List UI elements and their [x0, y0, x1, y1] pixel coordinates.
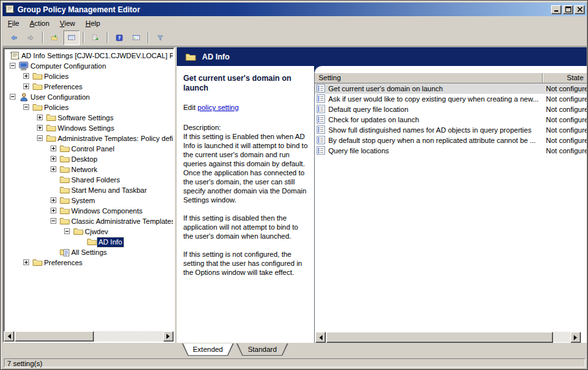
tree-item-cjwdev[interactable]: Cjwdev	[5, 226, 173, 237]
list-horizontal-scrollbar[interactable]	[315, 332, 581, 342]
folder-icon	[32, 103, 43, 112]
details-body: Get current user's domain on launch Edit…	[177, 66, 587, 343]
collapse-toggle-icon[interactable]	[51, 218, 56, 224]
tree-item-network[interactable]: Network	[5, 164, 173, 175]
tree-horizontal-scrollbar[interactable]	[4, 331, 174, 342]
toolbar-separator	[42, 32, 43, 43]
setting-row-show-full-distinguished-names-fo[interactable]: Show full distinguished names for AD obj…	[315, 125, 587, 135]
menu-bar: FileActionViewHelp	[3, 17, 587, 29]
menu-action[interactable]: Action	[25, 18, 55, 28]
tree-item-preferences[interactable]: Preferences	[5, 257, 173, 268]
close-button[interactable]	[574, 5, 585, 14]
setting-row-query-file-locations[interactable]: Query file locationsNot configured	[315, 146, 587, 156]
up-one-level-icon[interactable]	[47, 30, 63, 45]
maximize-button[interactable]	[563, 5, 573, 14]
tree-item-label: Policies	[43, 72, 70, 82]
tree-item-preferences[interactable]: Preferences	[5, 82, 173, 92]
selected-setting-title: Get current user's domain on launch	[183, 74, 309, 93]
group-policy-editor-window: Group Policy Management Editor FileActio…	[0, 0, 588, 370]
setting-row-default-query-file-location[interactable]: Default query file locationNot configure…	[315, 104, 587, 114]
collapse-toggle-icon[interactable]	[64, 228, 70, 234]
tree-item-policies[interactable]: Policies	[5, 71, 173, 82]
collapse-toggle-icon[interactable]	[23, 104, 29, 110]
menu-view[interactable]: View	[54, 18, 80, 28]
setting-state: Not configured	[546, 125, 587, 135]
setting-state: Not configured	[546, 94, 587, 103]
tree-item-label: Control Panel	[70, 144, 116, 154]
minimize-button[interactable]	[551, 5, 561, 14]
tree-item-control-panel[interactable]: Control Panel	[5, 144, 173, 154]
expand-toggle-icon[interactable]	[51, 197, 56, 203]
setting-name: Get current user's domain on launch	[328, 84, 443, 93]
tab-extended[interactable]: Extended	[182, 343, 234, 356]
expand-toggle-icon[interactable]	[51, 156, 56, 162]
setting-row-by-default-stop-query-when-a-non[interactable]: By default stop query when a non replica…	[315, 135, 587, 146]
collapse-toggle-icon[interactable]	[10, 94, 16, 100]
expand-toggle-icon[interactable]	[23, 259, 29, 265]
expand-toggle-icon[interactable]	[51, 146, 56, 151]
tree-item-classic-administrative-templates[interactable]: Classic Administrative Templates (ADM)	[5, 216, 173, 226]
show-console-tree-icon[interactable]	[63, 30, 80, 45]
details-header-title: AD Info	[202, 52, 230, 61]
setting-row-get-current-user-s-domain-on-lau[interactable]: Get current user's domain on launchNot c…	[315, 83, 587, 94]
expand-toggle-icon[interactable]	[37, 114, 43, 120]
tree-item-label: Administrative Templates: Policy definit…	[56, 134, 173, 144]
collapse-toggle-icon[interactable]	[10, 63, 16, 69]
scroll-right-button[interactable]	[571, 332, 581, 343]
edit-prefix: Edit	[183, 103, 198, 111]
setting-item-icon	[317, 136, 325, 144]
expand-toggle-icon[interactable]	[37, 125, 43, 131]
policy-setting-link[interactable]: policy setting	[198, 103, 239, 111]
folder-icon	[60, 217, 70, 226]
column-header-setting[interactable]: Setting	[319, 74, 341, 82]
setting-name: Show full distinguished names for AD obj…	[328, 125, 532, 135]
show-window-icon[interactable]	[128, 30, 144, 45]
tree-item-desktop[interactable]: Desktop	[5, 154, 173, 164]
scroll-left-button[interactable]	[315, 332, 326, 343]
tree-item-ad-info-settings-cjw-dc1-cjwdev-[interactable]: AD Info Settings [CJW-DC1.CJWDEV.LOCAL] …	[5, 50, 173, 61]
tree-item-computer-configuration[interactable]: Computer Configuration	[5, 61, 173, 71]
setting-item-icon	[317, 84, 325, 92]
menu-help[interactable]: Help	[80, 18, 106, 28]
scrollbar-thumb[interactable]	[15, 331, 94, 342]
expand-toggle-icon[interactable]	[23, 73, 29, 79]
scroll-right-button[interactable]	[163, 331, 174, 342]
tree-item-ad-info[interactable]: AD Info	[5, 237, 173, 247]
column-header-state[interactable]: State	[543, 74, 583, 82]
tree-item-label: Shared Folders	[70, 175, 121, 185]
tree-item-start-menu-and-taskbar[interactable]: Start Menu and Taskbar	[5, 185, 173, 195]
tree-item-shared-folders[interactable]: Shared Folders	[5, 175, 173, 185]
help-icon[interactable]: ?	[111, 30, 128, 45]
tree-item-policies[interactable]: Policies	[5, 102, 173, 113]
folder-icon	[60, 175, 70, 184]
forward-icon[interactable]	[23, 30, 39, 45]
tree-item-administrative-templates-policy-[interactable]: Administrative Templates: Policy definit…	[5, 133, 173, 144]
title-bar[interactable]: Group Policy Management Editor	[3, 3, 587, 16]
back-icon[interactable]	[6, 30, 22, 45]
scroll-left-button[interactable]	[4, 331, 14, 342]
setting-row-check-for-updates-on-launch[interactable]: Check for updates on launchNot configure…	[315, 114, 587, 125]
setting-row-ask-if-user-would-like-to-copy-e[interactable]: Ask if user would like to copy existing …	[315, 94, 587, 104]
expand-toggle-icon[interactable]	[51, 166, 56, 172]
expand-toggle-icon[interactable]	[51, 208, 56, 213]
setting-description-panel: Get current user's domain on launch Edit…	[177, 66, 314, 343]
tree-item-software-settings[interactable]: Software Settings	[5, 113, 173, 123]
export-list-icon[interactable]	[87, 30, 104, 45]
scrollbar-thumb[interactable]	[326, 332, 553, 343]
tab-standard[interactable]: Standard	[236, 343, 288, 356]
tree-item-windows-components[interactable]: Windows Components	[5, 206, 173, 216]
setting-state: Not configured	[546, 115, 587, 124]
collapse-toggle-icon[interactable]	[37, 135, 43, 141]
folder-icon	[60, 196, 70, 205]
tree-item-user-configuration[interactable]: User Configuration	[5, 92, 173, 102]
filter-icon[interactable]	[152, 30, 168, 45]
tree-item-all-settings[interactable]: All Settings	[5, 247, 173, 257]
folder-icon	[60, 186, 70, 195]
expand-toggle-icon[interactable]	[23, 83, 29, 89]
tree-item-windows-settings[interactable]: Windows Settings	[5, 123, 173, 133]
edit-policy-line: Edit policy setting	[183, 103, 309, 112]
svg-text:?: ?	[118, 35, 120, 41]
tree-item-system[interactable]: System	[5, 195, 173, 206]
tree-item-label: AD Info	[97, 237, 124, 247]
menu-file[interactable]: File	[3, 18, 25, 28]
